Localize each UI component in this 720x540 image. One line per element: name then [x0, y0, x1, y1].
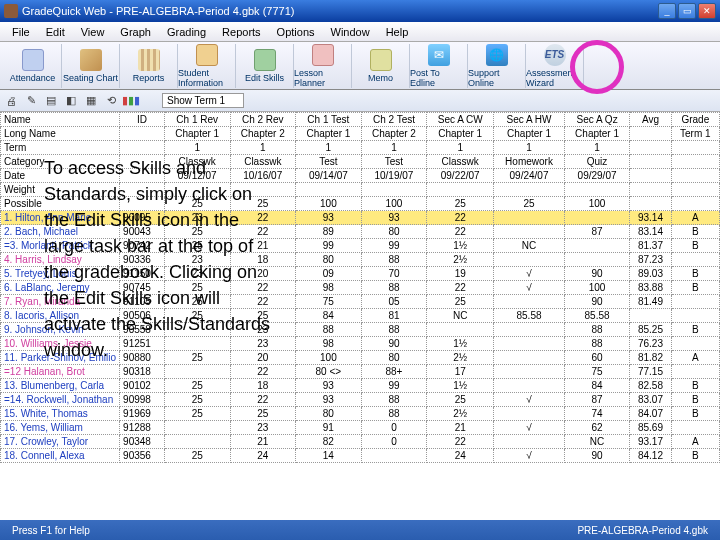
gradebook-grid[interactable]: NameIDCh 1 RevCh 2 RevCh 1 TestCh 2 Test… — [0, 112, 720, 540]
col-header[interactable]: Sec A CW — [427, 113, 494, 127]
grade-cell[interactable]: 25 — [230, 407, 296, 421]
grade-cell[interactable]: 99 — [361, 239, 427, 253]
table-row[interactable]: 11. Parker-Shinov, Emilio908802520100802… — [1, 351, 720, 365]
meta-cell[interactable] — [630, 155, 671, 169]
close-button[interactable]: ✕ — [698, 3, 716, 19]
grade-cell[interactable]: 88 — [564, 337, 630, 351]
grade-cell[interactable]: 87 — [564, 225, 630, 239]
grade-cell[interactable]: 88 — [564, 323, 630, 337]
student-id[interactable]: 90095 — [120, 211, 165, 225]
post-edline-button[interactable]: ✉Post To Edline — [410, 44, 468, 88]
meta-cell[interactable] — [164, 183, 230, 197]
table-row[interactable]: 4. Harris, Lindsay90336231880882½87.23 — [1, 253, 720, 267]
grade-cell[interactable]: 83.88 — [630, 281, 671, 295]
grade-cell[interactable]: 89 — [296, 225, 362, 239]
grade-cell[interactable]: 25 — [164, 379, 230, 393]
grade-cell[interactable]: 22 — [230, 211, 296, 225]
student-id[interactable]: 90880 — [120, 351, 165, 365]
grade-cell[interactable]: 91 — [296, 421, 362, 435]
grade-cell[interactable]: 100 — [564, 281, 630, 295]
meta-cell[interactable]: 25 — [164, 197, 230, 211]
grade-cell[interactable] — [671, 421, 719, 435]
grade-cell[interactable]: 19 — [427, 267, 494, 281]
grade-cell[interactable] — [164, 365, 230, 379]
student-name[interactable]: 11. Parker-Shinov, Emilio — [1, 351, 120, 365]
grade-cell[interactable]: 14 — [296, 449, 362, 463]
grade-cell[interactable] — [164, 337, 230, 351]
meta-cell[interactable]: Homework — [494, 155, 565, 169]
grade-cell[interactable] — [494, 435, 565, 449]
print-icon[interactable]: 🖨 — [4, 94, 18, 108]
student-id[interactable]: 91288 — [120, 421, 165, 435]
meta-cell[interactable]: 100 — [361, 197, 427, 211]
tool-icon-4[interactable]: ▦ — [84, 94, 98, 108]
grade-cell[interactable]: 84.12 — [630, 449, 671, 463]
table-row[interactable]: 16. Yems, William912882391021√6285.69 — [1, 421, 720, 435]
grade-cell[interactable] — [164, 421, 230, 435]
meta-cell[interactable] — [630, 197, 671, 211]
grade-cell[interactable]: 25 — [164, 281, 230, 295]
grade-cell[interactable]: 1½ — [427, 379, 494, 393]
grade-cell[interactable]: 85.58 — [564, 309, 630, 323]
meta-cell[interactable]: Test — [361, 155, 427, 169]
grade-cell[interactable]: 98 — [296, 337, 362, 351]
grade-cell[interactable]: 22 — [230, 393, 296, 407]
grade-cell[interactable]: 84 — [564, 379, 630, 393]
table-row[interactable]: 6. LaBlanc, Jeremy907452522988822√10083.… — [1, 281, 720, 295]
meta-cell[interactable]: 09/29/07 — [564, 169, 630, 183]
grade-cell[interactable]: B — [671, 449, 719, 463]
col-header[interactable]: Grade — [671, 113, 719, 127]
student-name[interactable]: 7. Ryan, Miranda — [1, 295, 120, 309]
grade-cell[interactable]: √ — [494, 281, 565, 295]
meta-cell[interactable] — [361, 183, 427, 197]
grade-cell[interactable]: 25 — [427, 393, 494, 407]
grade-cell[interactable]: 22 — [427, 435, 494, 449]
grade-cell[interactable]: 81.37 — [630, 239, 671, 253]
grade-cell[interactable] — [671, 253, 719, 267]
grade-cell[interactable]: 88 — [361, 393, 427, 407]
grade-cell[interactable]: 88 — [361, 323, 427, 337]
grade-cell[interactable]: 1½ — [427, 239, 494, 253]
student-id[interactable]: 91150 — [120, 267, 165, 281]
grade-cell[interactable]: 2½ — [427, 407, 494, 421]
meta-cell[interactable] — [120, 183, 165, 197]
col-header[interactable]: Ch 1 Test — [296, 113, 362, 127]
grade-cell[interactable]: 18 — [230, 253, 296, 267]
grade-cell[interactable] — [564, 211, 630, 225]
col-header[interactable]: ID — [120, 113, 165, 127]
meta-cell[interactable]: 1 — [427, 141, 494, 155]
grade-cell[interactable]: 20 — [230, 267, 296, 281]
table-row[interactable]: 7. Ryan, Miranda9110525227505259081.49 — [1, 295, 720, 309]
meta-cell[interactable]: 25 — [494, 197, 565, 211]
grade-cell[interactable]: 18 — [230, 379, 296, 393]
grade-cell[interactable]: 25 — [164, 351, 230, 365]
grade-cell[interactable]: 81.49 — [630, 295, 671, 309]
grade-cell[interactable] — [494, 379, 565, 393]
student-name[interactable]: 13. Blumenberg, Carla — [1, 379, 120, 393]
grade-cell[interactable] — [494, 295, 565, 309]
memo-button[interactable]: Memo — [352, 44, 410, 88]
grade-cell[interactable]: 25 — [427, 295, 494, 309]
student-name[interactable]: 10. Williams, Jessie — [1, 337, 120, 351]
grade-cell[interactable]: NC — [427, 309, 494, 323]
grade-cell[interactable]: 25 — [164, 407, 230, 421]
grade-cell[interactable]: 23 — [230, 421, 296, 435]
grade-cell[interactable]: 80 — [296, 407, 362, 421]
meta-cell[interactable]: 1 — [494, 141, 565, 155]
grade-cell[interactable]: 88 — [296, 323, 362, 337]
grade-cell[interactable]: 85.69 — [630, 421, 671, 435]
grade-cell[interactable]: 76.23 — [630, 337, 671, 351]
grade-cell[interactable]: 81 — [361, 309, 427, 323]
grade-cell[interactable]: 22 — [230, 365, 296, 379]
tool-icon-2[interactable]: ▤ — [44, 94, 58, 108]
menu-options[interactable]: Options — [269, 24, 323, 40]
meta-cell[interactable]: Test — [296, 155, 362, 169]
grade-cell[interactable] — [164, 435, 230, 449]
tool-icon-3[interactable]: ◧ — [64, 94, 78, 108]
grade-cell[interactable] — [630, 309, 671, 323]
grade-cell[interactable]: 88+ — [361, 365, 427, 379]
student-name[interactable]: 16. Yems, William — [1, 421, 120, 435]
student-name[interactable]: =12 Halanan, Brot — [1, 365, 120, 379]
meta-cell[interactable] — [120, 141, 165, 155]
student-name[interactable]: =14. Rockwell, Jonathan — [1, 393, 120, 407]
